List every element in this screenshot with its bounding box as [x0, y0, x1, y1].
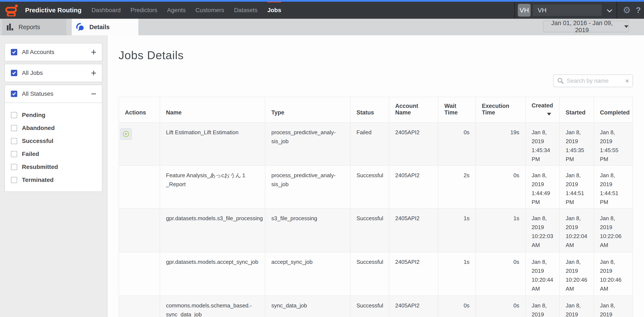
expand-accounts-icon[interactable]: + [91, 48, 96, 57]
cell-name: gpr.datasets.models.s3_file_processing [160, 208, 265, 252]
nav-item-predictors[interactable]: Predictors [130, 2, 157, 19]
status-filter-failed[interactable]: Failed [5, 148, 102, 160]
cell-account-name: 2405API2 [389, 296, 438, 317]
checkbox-resubmitted[interactable] [11, 164, 17, 170]
cell-execution-time: 1s [476, 208, 526, 252]
user-dropdown[interactable]: VH [533, 4, 602, 16]
col-header-account-name[interactable]: Account Name [389, 97, 438, 122]
nav-item-customers[interactable]: Customers [195, 2, 224, 19]
chat-icon [76, 22, 85, 32]
cell-wait-time: 0s [438, 122, 476, 166]
cell-created: Jan 8, 2019 10:20:44 AM [526, 252, 560, 296]
col-header-status[interactable]: Status [350, 97, 389, 122]
cell-type: sync_data_job [265, 296, 350, 317]
checkbox-all-statuses[interactable] [11, 91, 17, 97]
cell-created: Jan 8, 2019 1:44:49 PM [526, 166, 560, 208]
cell-actions [119, 208, 160, 252]
checkbox-failed[interactable] [11, 151, 17, 157]
table-row: Feature Analysis_あっcおうん１_Reportprocess_p… [119, 166, 633, 208]
cell-execution-time: 19s [476, 122, 526, 166]
caret-down-icon [624, 25, 628, 28]
cell-status: Successful [350, 208, 389, 252]
tab-details[interactable]: Details [72, 19, 138, 35]
chevron-down-icon[interactable] [607, 9, 612, 12]
expand-jobs-icon[interactable]: + [91, 68, 96, 78]
status-filter-successful[interactable]: Successful [5, 134, 102, 148]
status-filter-label: Pending [22, 112, 45, 118]
tab-reports-label: Reports [18, 24, 40, 31]
col-header-type[interactable]: Type [265, 97, 350, 122]
checkbox-successful[interactable] [11, 138, 17, 144]
cell-created: Jan 8, 2019 10:20:07 AM [526, 296, 560, 317]
collapse-statuses-icon[interactable]: − [91, 89, 96, 98]
nav-item-agents[interactable]: Agents [167, 2, 186, 19]
tab-reports[interactable]: Reports [2, 19, 66, 35]
main-panel: Jobs Details × ActionsNameTypeStatusAcco… [108, 35, 644, 317]
checkbox-abandoned[interactable] [11, 125, 17, 131]
cell-account-name: 2405API2 [389, 122, 438, 166]
run-job-button[interactable] [120, 128, 132, 140]
nav-item-datasets[interactable]: Datasets [234, 2, 258, 19]
col-header-name[interactable]: Name [160, 97, 265, 122]
checkbox-terminated[interactable] [11, 177, 17, 183]
avatar[interactable]: VH [518, 4, 530, 16]
nav-item-dashboard[interactable]: Dashboard [92, 2, 121, 19]
status-filter-list: PendingAbandonedSuccessfulFailedResubmit… [5, 102, 102, 192]
filter-group-accounts: All Accounts + [4, 43, 102, 61]
page-title: Jobs Details [118, 48, 184, 62]
status-filter-terminated[interactable]: Terminated [5, 174, 102, 186]
clear-search-icon[interactable]: × [625, 78, 629, 84]
cell-account-name: 2405API2 [389, 208, 438, 252]
cell-completed: Jan 8, 2019 1:45:55 PM [594, 122, 633, 166]
col-header-started[interactable]: Started [560, 97, 594, 122]
cell-execution-time: 0s [476, 296, 526, 317]
col-header-completed[interactable]: Completed [594, 97, 633, 122]
cell-name: Lift Estimation_Lift Estimation [160, 122, 265, 166]
cell-actions [119, 166, 160, 208]
gear-icon[interactable]: ⚙ [623, 6, 631, 15]
status-filter-label: Resubmitted [22, 164, 58, 170]
status-filter-pending[interactable]: Pending [5, 108, 102, 122]
table-row: gpr.datasets.models.accept_sync_jobaccep… [119, 252, 633, 296]
primary-nav: DashboardPredictorsAgentsCustomersDatase… [92, 2, 291, 19]
filter-group-label: All Statuses [22, 90, 54, 97]
divider [514, 2, 515, 19]
status-filter-label: Failed [22, 151, 39, 158]
checkbox-all-jobs[interactable] [11, 70, 17, 76]
cell-type: accept_sync_job [265, 252, 350, 296]
cell-actions [119, 122, 160, 166]
cell-status: Successful [350, 252, 389, 296]
checkbox-pending[interactable] [11, 112, 17, 118]
col-header-execution-time[interactable]: Execution Time [476, 97, 526, 122]
cell-wait-time: 1s [438, 208, 476, 252]
status-filter-label: Terminated [22, 176, 54, 184]
cell-started: Jan 8, 2019 10:22:04 AM [560, 208, 594, 252]
cell-status: Successful [350, 166, 389, 208]
nav-item-jobs[interactable]: Jobs [267, 2, 281, 19]
check-icon [12, 50, 16, 55]
search-icon [558, 78, 564, 84]
cell-execution-time: 0s [476, 166, 526, 208]
col-header-wait-time[interactable]: Wait Time [438, 97, 476, 122]
cell-wait-time: 1s [438, 252, 476, 296]
status-filter-abandoned[interactable]: Abandoned [5, 122, 102, 134]
col-header-label: Created [532, 102, 554, 109]
sort-desc-icon[interactable] [547, 113, 551, 116]
cell-completed: Jan 8, 2019 1:44:51 PM [594, 166, 633, 208]
date-range-button[interactable]: Jan 01, 2016 - Jan 09, 2019 [543, 21, 629, 32]
cell-created: Jan 8, 2019 1:45:34 PM [526, 122, 560, 166]
jobs-table-wrap: ActionsNameTypeStatusAccount NameWait Ti… [118, 97, 632, 317]
filters-sidebar: All Accounts + All Jobs + [0, 35, 108, 317]
tab-details-label: Details [90, 24, 110, 31]
cell-completed: Jan 8, 2019 10:22:06 AM [594, 208, 633, 252]
search-input[interactable] [567, 78, 625, 84]
filter-group-statuses: All Statuses − PendingAbandonedSuccessfu… [4, 85, 102, 192]
filter-group-label: All Accounts [22, 49, 54, 56]
cell-actions [119, 252, 160, 296]
col-header-created[interactable]: Created [526, 97, 560, 122]
cell-type: process_predictive_analy- sis_job [265, 166, 350, 208]
help-icon[interactable]: ? [636, 6, 641, 15]
status-filter-resubmitted[interactable]: Resubmitted [5, 160, 102, 174]
checkbox-all-accounts[interactable] [11, 49, 17, 55]
cell-started: Jan 8, 2019 1:45:35 PM [560, 122, 594, 166]
